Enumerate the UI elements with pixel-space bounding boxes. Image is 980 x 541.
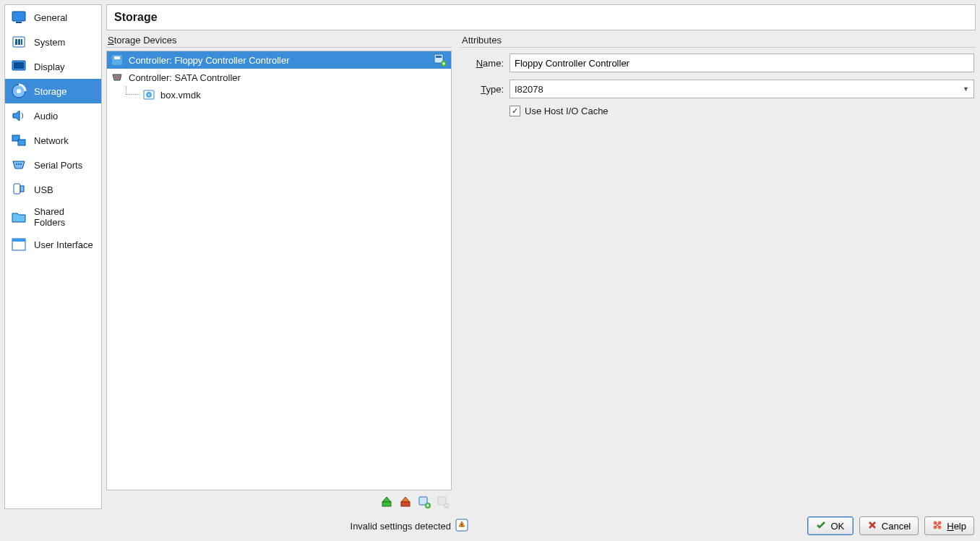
sidebar-item-label: Audio xyxy=(34,111,58,122)
tree-controller-sata[interactable]: Controller: SATA Controller xyxy=(107,69,451,86)
sidebar-item-label: Network xyxy=(34,135,69,146)
tree-connector-line xyxy=(126,86,140,95)
floppy-controller-icon xyxy=(111,54,123,66)
sidebar-item-label: Shared Folders xyxy=(34,206,95,228)
check-icon xyxy=(816,520,826,532)
cancel-icon xyxy=(867,520,877,532)
sidebar-item-label: Display xyxy=(34,61,65,72)
svg-rect-18 xyxy=(12,239,25,242)
svg-rect-11 xyxy=(18,140,25,145)
svg-point-9 xyxy=(17,89,21,93)
serial-port-icon xyxy=(11,157,27,173)
settings-sidebar: General System Display Storage Audio xyxy=(4,4,102,509)
add-controller-button[interactable] xyxy=(379,495,394,509)
ok-button[interactable]: OK xyxy=(807,516,854,535)
storage-devices-group-label: Storage Devices xyxy=(106,35,452,48)
sata-controller-icon xyxy=(111,72,123,83)
sidebar-item-audio[interactable]: Audio xyxy=(5,103,101,128)
add-attachment-button[interactable] xyxy=(417,495,431,509)
page-title-bar: Storage xyxy=(106,4,976,30)
svg-rect-36 xyxy=(461,524,462,526)
svg-rect-0 xyxy=(12,12,25,21)
tree-row-label: Controller: Floppy Controller Controller xyxy=(129,55,290,66)
svg-point-25 xyxy=(118,77,119,78)
sidebar-item-shared-folders[interactable]: Shared Folders xyxy=(5,202,101,232)
sidebar-item-label: System xyxy=(34,37,65,48)
storage-devices-tree[interactable]: Controller: Floppy Controller Controller… xyxy=(106,51,452,490)
use-host-io-cache-label: Use Host I/O Cache xyxy=(525,106,609,116)
svg-rect-1 xyxy=(16,22,22,23)
cancel-button-label: Cancel xyxy=(882,521,911,532)
sidebar-item-general[interactable]: General xyxy=(5,5,101,30)
folder-icon xyxy=(11,209,27,225)
tree-row-label: box.vmdk xyxy=(160,90,201,101)
remove-controller-button[interactable] xyxy=(398,495,413,509)
speaker-icon xyxy=(11,108,27,124)
sidebar-item-label: User Interface xyxy=(34,239,93,250)
sidebar-item-usb[interactable]: USB xyxy=(5,177,101,202)
ok-button-label: OK xyxy=(830,521,844,532)
name-label: Name: xyxy=(462,58,504,69)
svg-point-24 xyxy=(115,77,116,78)
svg-rect-16 xyxy=(20,186,24,192)
cancel-button[interactable]: Cancel xyxy=(859,516,919,535)
svg-rect-22 xyxy=(436,56,442,58)
invalid-settings-message: Invalid settings detected xyxy=(351,521,451,532)
page-title: Storage xyxy=(114,11,968,24)
type-label: Type: xyxy=(462,84,504,95)
svg-rect-7 xyxy=(14,62,24,69)
help-icon xyxy=(932,520,942,532)
remove-attachment-button[interactable] xyxy=(436,495,450,509)
add-floppy-drive-icon[interactable] xyxy=(434,54,447,67)
tree-controller-floppy[interactable]: Controller: Floppy Controller Controller xyxy=(107,51,451,69)
sidebar-item-label: Storage xyxy=(34,86,67,97)
sidebar-item-label: Serial Ports xyxy=(34,160,82,171)
controller-type-value: I82078 xyxy=(515,84,543,95)
sidebar-item-network[interactable]: Network xyxy=(5,128,101,153)
svg-rect-4 xyxy=(18,39,20,45)
controller-type-select[interactable]: I82078 ▼ xyxy=(510,80,974,98)
storage-toolbar xyxy=(106,490,452,509)
sidebar-item-label: General xyxy=(34,12,67,23)
display-icon xyxy=(11,59,27,74)
hard-disk-icon xyxy=(143,89,155,101)
attributes-group-label: Attributes xyxy=(460,35,976,48)
svg-rect-37 xyxy=(461,526,462,527)
usb-icon xyxy=(11,182,27,197)
svg-rect-30 xyxy=(401,502,410,506)
disc-icon xyxy=(11,83,27,99)
help-button[interactable]: Help xyxy=(924,516,974,535)
svg-rect-20 xyxy=(114,56,120,59)
controller-name-input[interactable] xyxy=(510,54,974,72)
help-button-label: Help xyxy=(947,521,966,532)
warning-icon[interactable] xyxy=(455,519,468,534)
svg-rect-15 xyxy=(14,184,20,194)
chevron-down-icon: ▼ xyxy=(963,85,969,93)
sidebar-item-label: USB xyxy=(34,184,53,195)
sidebar-item-storage[interactable]: Storage xyxy=(5,79,101,103)
tree-row-label: Controller: SATA Controller xyxy=(129,72,241,83)
sidebar-item-system[interactable]: System xyxy=(5,30,101,54)
svg-point-13 xyxy=(18,163,20,165)
svg-point-12 xyxy=(16,163,17,165)
monitor-icon xyxy=(11,9,27,25)
sidebar-item-display[interactable]: Display xyxy=(5,54,101,79)
use-host-io-cache-checkbox[interactable]: ✓ xyxy=(510,106,520,116)
svg-point-28 xyxy=(148,94,150,95)
svg-rect-29 xyxy=(382,502,391,506)
sidebar-item-user-interface[interactable]: User Interface xyxy=(5,232,101,257)
chip-icon xyxy=(11,34,27,50)
svg-rect-5 xyxy=(21,39,22,45)
sidebar-item-serial-ports[interactable]: Serial Ports xyxy=(5,153,101,177)
svg-rect-3 xyxy=(15,39,17,45)
network-icon xyxy=(11,132,27,148)
window-icon xyxy=(11,237,27,252)
tree-disk-box-vmdk[interactable]: box.vmdk xyxy=(107,86,451,103)
svg-point-14 xyxy=(20,163,22,165)
